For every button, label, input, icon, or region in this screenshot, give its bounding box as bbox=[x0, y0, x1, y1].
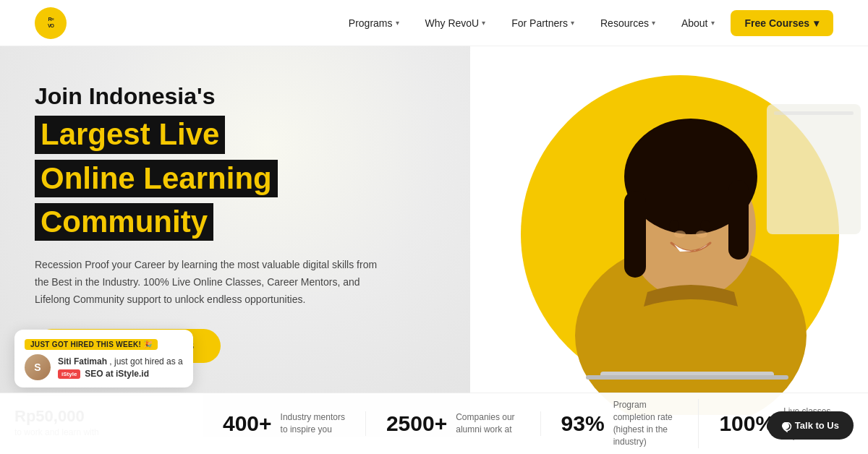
nav-links: Programs ▾ Why RevoU ▾ For Partners ▾ Re… bbox=[339, 10, 833, 36]
svg-point-12 bbox=[700, 220, 710, 231]
logo[interactable]: R≡ VO bbox=[35, 7, 67, 39]
stat-completion-number: 93% bbox=[561, 411, 605, 436]
hero-description: Recession Proof your Career by learning … bbox=[35, 257, 382, 308]
stat-companies-number: 2500+ bbox=[386, 411, 447, 436]
stat-companies: 2500+ Companies our alumni work at bbox=[366, 411, 541, 436]
nav-about[interactable]: About ▾ bbox=[671, 12, 725, 35]
svg-point-11 bbox=[669, 220, 679, 231]
svg-point-18 bbox=[785, 426, 786, 427]
hero-subtitle: Join Indonesia's bbox=[35, 82, 414, 110]
stat-liveclasses-number: 100% bbox=[719, 411, 775, 436]
stat-companies-label: Companies our alumni work at bbox=[456, 411, 519, 436]
svg-point-9 bbox=[674, 231, 686, 238]
chevron-down-icon: ▾ bbox=[396, 19, 399, 27]
stat-mentors-number: 400+ bbox=[223, 411, 272, 436]
hired-text: , just got hired as a bbox=[109, 356, 182, 367]
company-role: SEO at iStyle.id bbox=[85, 369, 149, 379]
nav-resources-label: Resources bbox=[600, 17, 649, 29]
nav-resources[interactable]: Resources ▾ bbox=[590, 12, 665, 35]
hero-person-image bbox=[448, 46, 868, 429]
hero-highlight-1: Largest Live bbox=[35, 116, 225, 153]
chevron-down-icon: ▾ bbox=[814, 17, 819, 29]
notification-text-block: Siti Fatimah , just got hired as a iStyl… bbox=[58, 356, 183, 380]
svg-rect-8 bbox=[728, 180, 749, 260]
free-courses-label: Free Courses bbox=[745, 17, 809, 29]
svg-point-19 bbox=[786, 426, 788, 427]
chevron-down-icon: ▾ bbox=[482, 19, 485, 27]
svg-rect-15 bbox=[767, 104, 861, 234]
nav-programs[interactable]: Programs ▾ bbox=[339, 12, 409, 35]
chat-icon bbox=[782, 422, 789, 429]
talk-to-us-label: Talk to Us bbox=[795, 420, 839, 431]
chevron-down-icon: ▾ bbox=[711, 19, 715, 27]
free-courses-button[interactable]: Free Courses ▾ bbox=[731, 10, 833, 36]
svg-text:R≡: R≡ bbox=[48, 17, 54, 22]
stat-completion: 93% Program completion rate (highest in … bbox=[541, 399, 699, 447]
hired-person-name: Siti Fatimah bbox=[58, 356, 107, 367]
nav-forpartners-label: For Partners bbox=[511, 17, 568, 29]
svg-point-20 bbox=[788, 426, 789, 427]
stat-mentors-label: Industry mentors to inspire you bbox=[281, 411, 345, 436]
notification-content: S Siti Fatimah , just got hired as a iSt… bbox=[25, 354, 183, 380]
svg-rect-7 bbox=[624, 191, 646, 278]
chevron-down-icon: ▾ bbox=[652, 19, 655, 27]
stat-mentors: 400+ Industry mentors to inspire you bbox=[203, 411, 366, 436]
talk-to-us-button[interactable]: Talk to Us bbox=[767, 411, 854, 440]
hero-highlight-2: Online Learning bbox=[35, 160, 278, 197]
svg-rect-14 bbox=[586, 375, 788, 380]
notification-badge: JUST GOT HIRED THIS WEEK! 🎉 bbox=[25, 339, 158, 350]
avatar-image: S bbox=[25, 354, 51, 380]
hero-highlight-3: Community bbox=[35, 203, 213, 241]
notification-card: JUST GOT HIRED THIS WEEK! 🎉 S Siti Fatim… bbox=[14, 330, 193, 387]
nav-programs-label: Programs bbox=[349, 17, 393, 29]
company-logo: iStyle bbox=[58, 369, 80, 379]
stat-completion-label: Program completion rate (highest in the … bbox=[613, 399, 678, 447]
stats-bar: 400+ Industry mentors to inspire you 250… bbox=[0, 393, 868, 454]
nav-whyrevou-label: Why RevoU bbox=[425, 17, 480, 29]
chevron-down-icon: ▾ bbox=[571, 19, 574, 27]
notification-text: Siti Fatimah , just got hired as a bbox=[58, 356, 183, 368]
nav-forpartners[interactable]: For Partners ▾ bbox=[501, 12, 584, 35]
hero-right-visual bbox=[420, 46, 868, 429]
nav-whyrevou[interactable]: Why RevoU ▾ bbox=[415, 12, 496, 35]
nav-about-label: About bbox=[681, 17, 708, 29]
svg-rect-16 bbox=[774, 111, 854, 115]
navbar: R≡ VO Programs ▾ Why RevoU ▾ For Partner… bbox=[0, 0, 868, 46]
company-row: iStyle SEO at iStyle.id bbox=[58, 369, 183, 379]
svg-point-10 bbox=[696, 231, 707, 238]
notification-avatar: S bbox=[25, 354, 51, 380]
hero-section: Join Indonesia's Largest Live Online Lea… bbox=[0, 46, 868, 454]
